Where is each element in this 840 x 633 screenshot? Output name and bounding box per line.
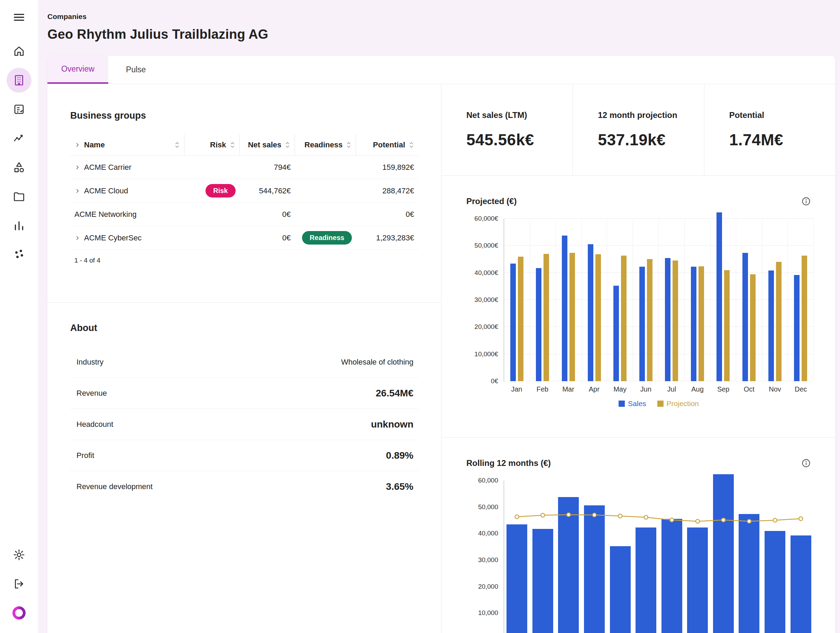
info-icon[interactable] [801, 196, 811, 206]
bar-group [633, 219, 659, 381]
chevron-right-icon[interactable] [74, 164, 81, 170]
y-tick-label: 50,000€ [474, 242, 498, 249]
column-header-net-sales[interactable]: Net sales [240, 134, 295, 155]
bar-group [788, 480, 814, 633]
bar-group [504, 480, 530, 633]
chart-bar [776, 262, 782, 381]
y-tick-label: 20,000€ [474, 323, 498, 331]
x-tick-label: Jul [659, 385, 685, 393]
business-groups-section: Business groups Name Risk Net sales [47, 84, 441, 303]
info-icon[interactable] [801, 458, 811, 468]
chevron-right-icon [74, 142, 81, 148]
y-tick-label: 40,000 [478, 530, 498, 537]
logout-icon[interactable] [6, 571, 32, 596]
logo-icon [6, 600, 32, 625]
sort-icon [174, 141, 180, 149]
chart-header: Projected (€) [441, 196, 835, 206]
bar-group [556, 480, 581, 633]
y-tick-label: 30,000 [478, 556, 498, 564]
column-label: Name [84, 140, 105, 150]
bar-group [685, 480, 711, 633]
bar-chart-icon[interactable] [6, 213, 32, 238]
bar-group [556, 219, 581, 381]
companies-icon[interactable] [6, 68, 32, 93]
row-potential: 1,293,283€ [356, 234, 418, 243]
x-tick-label: Jun [633, 385, 659, 393]
about-title: About [70, 323, 418, 333]
tab-bar: Overview Pulse [47, 56, 835, 84]
y-tick-label: 60,000 [478, 477, 498, 484]
about-value: Wholesale of clothing [341, 358, 414, 367]
rolling-chart: 10,00020,00030,00040,00050,00060,000 [441, 480, 835, 633]
bar-group [711, 480, 737, 633]
bar-group [633, 480, 659, 633]
column-header-risk[interactable]: Risk [185, 134, 240, 155]
table-row[interactable]: ACME CyberSec 0€ Readiness 1,293,283€ [70, 226, 418, 250]
settings-icon[interactable] [6, 542, 32, 567]
chevron-right-icon[interactable] [74, 235, 81, 241]
about-label: Industry [76, 358, 103, 367]
chart-bar [621, 256, 627, 381]
column-label: Readiness [305, 140, 343, 150]
menu-icon[interactable] [6, 5, 32, 30]
legend-swatch [657, 401, 663, 407]
readiness-badge: Readiness [302, 231, 352, 245]
chart-bar [558, 497, 579, 633]
tab-pulse[interactable]: Pulse [108, 56, 164, 84]
stat-card: Net sales (LTM) 545.56k€ [441, 84, 573, 175]
card-content: Business groups Name Risk Net sales [47, 84, 835, 633]
row-name: ACME Carrier [84, 163, 131, 172]
chart-bar [636, 527, 656, 633]
tab-overview[interactable]: Overview [47, 56, 108, 84]
y-tick-label: 60,000€ [474, 215, 498, 223]
bar-group [736, 219, 762, 381]
y-tick-label: 50,000 [478, 503, 498, 511]
table-row[interactable]: ACME Cloud Risk 544,762€ 288,472€ [70, 179, 418, 203]
chart-bar [510, 264, 516, 381]
chart-bar [610, 546, 631, 633]
row-net-sales: 794€ [240, 163, 295, 172]
stat-label: Net sales (LTM) [466, 110, 566, 120]
chart-bar [639, 267, 645, 381]
chart-bar [562, 235, 567, 381]
pagination: 1 - 4 of 4 [70, 257, 418, 264]
chart-bar [595, 254, 601, 381]
row-readiness-cell: Readiness [295, 231, 356, 245]
about-value: 0.89% [386, 450, 414, 461]
row-name-cell: ACME CyberSec [70, 234, 185, 243]
chart-bar [750, 274, 756, 381]
column-header-potential[interactable]: Potential [356, 134, 418, 155]
about-label: Revenue development [76, 482, 153, 491]
trend-icon[interactable] [6, 126, 32, 151]
stat-label: Potential [729, 110, 828, 120]
assessment-icon[interactable] [6, 97, 32, 122]
y-tick-label: 30,000€ [474, 296, 498, 304]
x-tick-label: Feb [530, 385, 556, 393]
bar-group [685, 219, 711, 381]
home-icon[interactable] [6, 39, 32, 64]
chart-bar [673, 260, 678, 381]
legend-swatch [619, 401, 625, 407]
stat-label: 12 month projection [598, 110, 697, 120]
chart-bar [507, 524, 527, 633]
table-row[interactable]: ACME Networking 0€ 0€ [70, 203, 418, 226]
shapes-icon[interactable] [6, 155, 32, 180]
sort-icon [230, 141, 235, 149]
table-header: Name Risk Net sales Readiness [70, 134, 418, 156]
bar-group [530, 219, 556, 381]
chart-body: 10,00020,00030,00040,00050,00060,000 [441, 480, 835, 633]
stat-value: 545.56k€ [466, 130, 566, 149]
chart-bar [742, 253, 748, 381]
folder-icon[interactable] [6, 184, 32, 209]
breadcrumb: Companies [47, 13, 835, 21]
row-name-cell: ACME Networking [70, 210, 185, 219]
about-row: Profit 0.89% [70, 440, 418, 471]
chevron-right-icon[interactable] [74, 188, 81, 194]
column-header-name[interactable]: Name [70, 134, 185, 155]
table-row[interactable]: ACME Carrier 794€ 159,892€ [70, 156, 418, 179]
row-net-sales: 544,762€ [240, 186, 295, 196]
bar-group [762, 219, 788, 381]
row-net-sales: 0€ [240, 234, 295, 243]
cluster-icon[interactable] [6, 242, 32, 267]
column-header-readiness[interactable]: Readiness [295, 134, 356, 155]
